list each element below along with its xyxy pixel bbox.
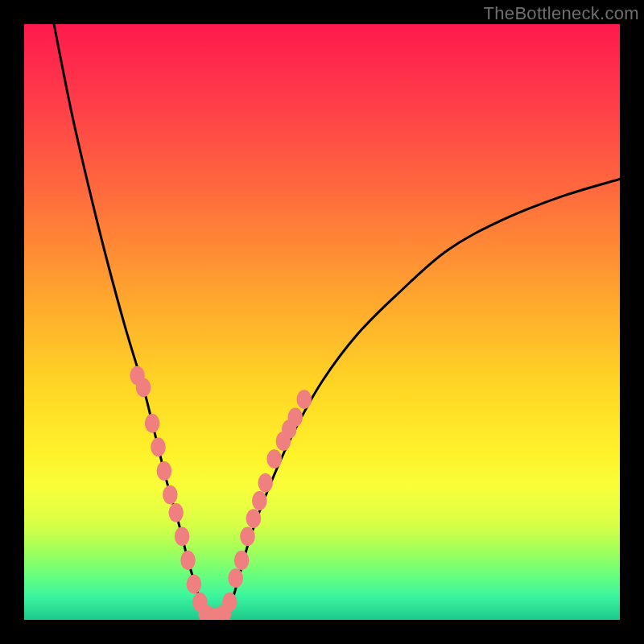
- data-markers: [130, 366, 312, 620]
- data-marker: [297, 390, 312, 409]
- data-marker: [187, 575, 202, 594]
- data-marker: [157, 461, 172, 481]
- data-marker: [168, 503, 184, 522]
- watermark-text: TheBottleneck.com: [484, 3, 639, 24]
- curve-lines: [54, 24, 620, 620]
- chart-container: TheBottleneck.com: [0, 0, 644, 644]
- data-marker: [252, 491, 267, 510]
- data-marker: [267, 449, 283, 469]
- data-marker: [228, 568, 243, 588]
- data-marker: [246, 509, 262, 528]
- data-marker: [287, 408, 303, 427]
- data-marker: [136, 378, 151, 398]
- data-marker: [163, 485, 178, 505]
- right-curve-line: [227, 179, 620, 620]
- data-marker: [222, 592, 237, 612]
- data-marker: [234, 551, 250, 570]
- curve-svg: [24, 24, 620, 620]
- data-marker: [151, 438, 166, 457]
- data-marker: [175, 527, 190, 547]
- data-marker: [240, 527, 255, 547]
- data-marker: [145, 414, 160, 433]
- data-marker: [180, 551, 196, 570]
- data-marker: [258, 473, 273, 493]
- plot-area: [24, 24, 620, 620]
